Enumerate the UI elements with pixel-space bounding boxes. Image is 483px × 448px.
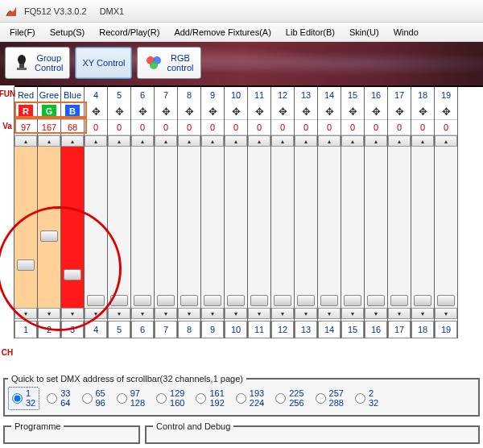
slider-track[interactable] <box>341 147 364 308</box>
menu-skin[interactable]: Skin(U) <box>343 25 386 39</box>
spin-up-button[interactable]: ▴ <box>295 135 317 147</box>
slider-thumb[interactable] <box>157 295 175 306</box>
channel-number[interactable]: 14 <box>318 321 341 338</box>
menu-record-play[interactable]: Record/Play(R) <box>93 25 166 39</box>
channel-number[interactable]: 10 <box>225 321 247 338</box>
spin-up-button[interactable]: ▴ <box>225 135 247 147</box>
dmx-range-radio[interactable] <box>355 393 365 404</box>
spin-up-button[interactable]: ▴ <box>108 135 130 147</box>
channel-number[interactable]: 17 <box>388 321 411 338</box>
slider-thumb[interactable] <box>64 269 81 280</box>
slider-track[interactable] <box>225 147 247 308</box>
spin-up-button[interactable]: ▴ <box>178 135 200 147</box>
spin-down-button[interactable]: ▾ <box>155 308 177 319</box>
dmx-range-radio[interactable] <box>316 393 326 404</box>
slider-thumb[interactable] <box>87 295 105 306</box>
slider-thumb[interactable] <box>274 295 291 306</box>
menu-window[interactable]: Windo <box>387 25 425 39</box>
spin-up-button[interactable]: ▴ <box>365 135 387 147</box>
spin-down-button[interactable]: ▾ <box>201 308 224 319</box>
dmx-range-option[interactable]: 232 <box>351 387 382 410</box>
channel-number[interactable]: 2 <box>38 321 60 338</box>
dmx-range-radio[interactable] <box>12 393 23 404</box>
dmx-range-radio[interactable] <box>236 393 246 404</box>
slider-track[interactable] <box>435 147 457 308</box>
dmx-range-option[interactable]: 161192 <box>192 387 228 410</box>
slider-track[interactable] <box>155 147 177 308</box>
spin-down-button[interactable]: ▾ <box>341 308 364 319</box>
spin-down-button[interactable]: ▾ <box>178 308 200 319</box>
slider-track[interactable] <box>61 147 84 308</box>
slider-thumb[interactable] <box>204 295 221 306</box>
slider-thumb[interactable] <box>227 295 245 306</box>
dmx-range-option[interactable]: 129160 <box>152 387 188 410</box>
spin-down-button[interactable]: ▾ <box>411 308 434 319</box>
spin-up-button[interactable]: ▴ <box>14 135 37 147</box>
channel-number[interactable]: 11 <box>248 321 270 338</box>
channel-number[interactable]: 18 <box>411 321 434 338</box>
spin-down-button[interactable]: ▾ <box>61 308 84 319</box>
channel-number[interactable]: 1 <box>14 321 37 338</box>
channel-number[interactable]: 12 <box>271 321 294 338</box>
spin-down-button[interactable]: ▾ <box>318 308 341 319</box>
channel-number[interactable]: 6 <box>131 321 154 338</box>
slider-thumb[interactable] <box>414 295 431 306</box>
menu-file[interactable]: File(F) <box>3 25 42 39</box>
spin-down-button[interactable]: ▾ <box>131 308 154 319</box>
channel-number[interactable]: 13 <box>295 321 317 338</box>
slider-track[interactable] <box>271 147 294 308</box>
spin-down-button[interactable]: ▾ <box>38 308 60 319</box>
spin-down-button[interactable]: ▾ <box>225 308 247 319</box>
slider-thumb[interactable] <box>367 295 385 306</box>
slider-thumb[interactable] <box>344 295 361 306</box>
slider-track[interactable] <box>131 147 154 308</box>
dmx-range-radio[interactable] <box>82 393 93 404</box>
channel-number[interactable]: 3 <box>61 321 84 338</box>
dmx-range-option[interactable]: 3364 <box>43 387 74 410</box>
channel-number[interactable]: 9 <box>201 321 224 338</box>
channel-number[interactable]: 8 <box>178 321 200 338</box>
menu-setup[interactable]: Setup(S) <box>43 25 91 39</box>
spin-up-button[interactable]: ▴ <box>85 135 107 147</box>
spin-up-button[interactable]: ▴ <box>201 135 224 147</box>
spin-up-button[interactable]: ▴ <box>38 135 60 147</box>
rgb-control-button[interactable]: RGB control <box>137 47 200 79</box>
slider-thumb[interactable] <box>250 295 268 306</box>
group-control-button[interactable]: Group Control <box>5 47 70 79</box>
spin-down-button[interactable]: ▾ <box>388 308 411 319</box>
spin-down-button[interactable]: ▾ <box>108 308 130 319</box>
slider-track[interactable] <box>38 147 60 308</box>
slider-thumb[interactable] <box>390 295 408 306</box>
dmx-range-option[interactable]: 6596 <box>78 387 109 410</box>
menu-add-remove-fixtures[interactable]: Add/Remove Fixtures(A) <box>167 25 277 39</box>
slider-track[interactable] <box>411 147 434 308</box>
slider-thumb[interactable] <box>437 295 455 306</box>
dmx-range-radio[interactable] <box>117 393 127 404</box>
spin-down-button[interactable]: ▾ <box>14 308 37 319</box>
dmx-range-option[interactable]: 132 <box>8 387 39 410</box>
slider-thumb[interactable] <box>297 295 315 306</box>
xy-control-button[interactable]: XY Control <box>75 47 132 79</box>
spin-down-button[interactable]: ▾ <box>435 308 457 319</box>
slider-track[interactable] <box>108 147 130 308</box>
spin-up-button[interactable]: ▴ <box>131 135 154 147</box>
channel-number[interactable]: 15 <box>341 321 364 338</box>
spin-up-button[interactable]: ▴ <box>271 135 294 147</box>
spin-down-button[interactable]: ▾ <box>248 308 270 319</box>
slider-thumb[interactable] <box>110 295 128 306</box>
slider-track[interactable] <box>201 147 224 308</box>
slider-track[interactable] <box>318 147 341 308</box>
slider-thumb[interactable] <box>320 295 338 306</box>
slider-track[interactable] <box>295 147 317 308</box>
channel-number[interactable]: 5 <box>108 321 130 338</box>
slider-track[interactable] <box>248 147 270 308</box>
slider-thumb[interactable] <box>40 230 58 242</box>
dmx-range-radio[interactable] <box>156 393 167 404</box>
spin-up-button[interactable]: ▴ <box>61 135 84 147</box>
dmx-range-radio[interactable] <box>275 393 286 404</box>
spin-up-button[interactable]: ▴ <box>155 135 177 147</box>
dmx-range-radio[interactable] <box>47 393 57 404</box>
channel-number[interactable]: 16 <box>365 321 387 338</box>
menu-lib-editor[interactable]: Lib Editor(B) <box>279 25 341 39</box>
spin-up-button[interactable]: ▴ <box>248 135 270 147</box>
